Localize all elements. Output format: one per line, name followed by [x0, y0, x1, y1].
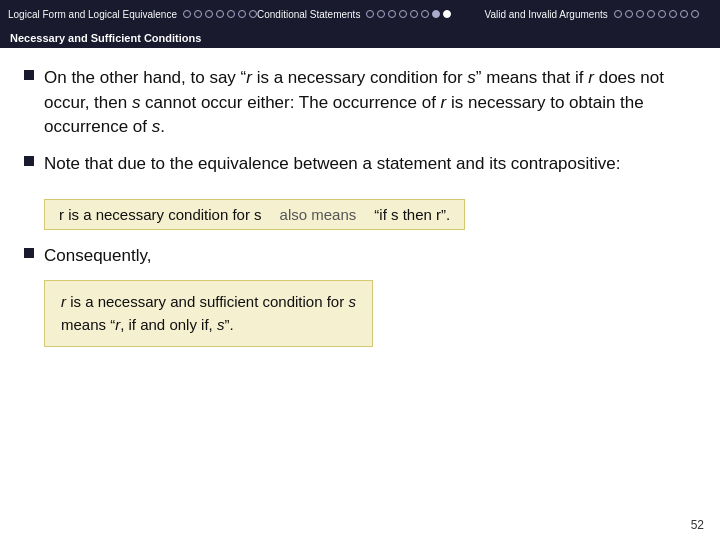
nav-title-conditional: Conditional Statements	[257, 9, 360, 20]
bullet-item-1: On the other hand, to say “r is a necess…	[24, 66, 696, 140]
cdot-8	[443, 10, 451, 18]
vdot-1	[614, 10, 622, 18]
cdot-2	[377, 10, 385, 18]
dot-4	[216, 10, 224, 18]
section-heading: Necessary and Sufficient Conditions	[0, 28, 720, 48]
nav-title-logical-form: Logical Form and Logical Equivalence	[8, 9, 177, 20]
cdot-6	[421, 10, 429, 18]
highlight-quote: “if s then r”.	[374, 206, 450, 223]
nav-dots-logical-form	[183, 10, 257, 18]
vdot-3	[636, 10, 644, 18]
vdot-5	[658, 10, 666, 18]
consequently-block: Consequently, r is a necessary and suffi…	[24, 244, 696, 348]
vdot-7	[680, 10, 688, 18]
vdot-4	[647, 10, 655, 18]
nav-title-valid: Valid and Invalid Arguments	[485, 9, 608, 20]
block-highlight-box: r is a necessary and sufficient conditio…	[44, 280, 373, 347]
cdot-3	[388, 10, 396, 18]
top-navigation-bar: Logical Form and Logical Equivalence Con…	[0, 0, 720, 28]
cdot-1	[366, 10, 374, 18]
nav-section-conditional: Conditional Statements	[257, 9, 485, 20]
highlight-part1: r is a necessary condition for s	[59, 206, 262, 223]
bullet-square-1	[24, 70, 34, 80]
dot-2	[194, 10, 202, 18]
bullet-item-2: Note that due to the equivalence between…	[24, 152, 696, 177]
nav-section-valid: Valid and Invalid Arguments	[485, 9, 713, 20]
vdot-8	[691, 10, 699, 18]
page-number: 52	[691, 518, 704, 532]
section-heading-text: Necessary and Sufficient Conditions	[10, 32, 201, 44]
nav-section-logical-form: Logical Form and Logical Equivalence	[8, 9, 257, 20]
block-highlight-line1: r is a necessary and sufficient conditio…	[61, 291, 356, 314]
dot-7	[249, 10, 257, 18]
cdot-5	[410, 10, 418, 18]
dot-3	[205, 10, 213, 18]
cdot-4	[399, 10, 407, 18]
nav-dots-valid	[614, 10, 699, 18]
main-content: On the other hand, to say “r is a necess…	[0, 48, 720, 359]
inline-highlight-box: r is a necessary condition for s also me…	[44, 199, 465, 230]
dot-5	[227, 10, 235, 18]
highlight-also-means: also means	[280, 206, 357, 223]
vdot-2	[625, 10, 633, 18]
vdot-6	[669, 10, 677, 18]
dot-1	[183, 10, 191, 18]
nav-dots-conditional	[366, 10, 451, 18]
bullet-text-1: On the other hand, to say “r is a necess…	[44, 66, 696, 140]
block-highlight-line2: means “r, if and only if, s”.	[61, 314, 356, 337]
consequently-bullet-item: Consequently,	[24, 244, 696, 269]
cdot-7	[432, 10, 440, 18]
bullet-square-3	[24, 248, 34, 258]
bullet-square-2	[24, 156, 34, 166]
consequently-text: Consequently,	[44, 244, 151, 269]
bullet-text-2: Note that due to the equivalence between…	[44, 152, 620, 177]
dot-6	[238, 10, 246, 18]
